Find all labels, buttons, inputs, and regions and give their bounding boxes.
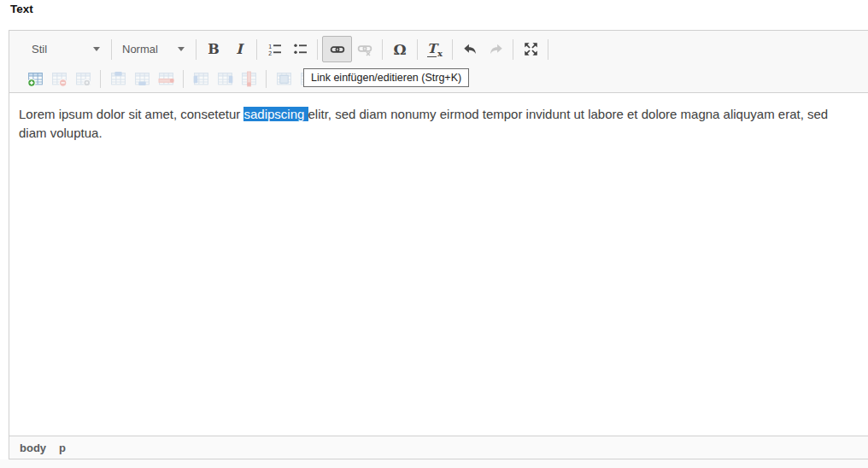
path-item-p[interactable]: p (59, 442, 66, 454)
toolbar-separator (111, 39, 112, 60)
merge-cells-icon (276, 71, 292, 87)
unlink-button[interactable] (352, 38, 378, 61)
svg-text:2: 2 (268, 50, 272, 57)
page-title: Text (10, 3, 33, 15)
remove-format-icon: Tx (427, 41, 443, 58)
insert-table-button[interactable] (23, 67, 47, 91)
insert-row-below-icon (134, 71, 150, 87)
chevron-down-icon (178, 47, 185, 51)
redo-button[interactable] (483, 38, 508, 61)
toolbar-separator (100, 70, 101, 88)
svg-text:1: 1 (268, 44, 272, 50)
chevron-down-icon (93, 47, 100, 51)
table-properties-icon (75, 71, 91, 87)
bulleted-list-icon (293, 42, 308, 56)
insert-row-below-button[interactable] (130, 67, 154, 91)
toolbar-separator (196, 39, 196, 60)
styles-combo-label: Stil (32, 43, 47, 56)
undo-icon (463, 43, 478, 56)
text-before-selection: Lorem ipsum dolor sit amet, consetetur (19, 107, 243, 121)
styles-combo[interactable]: Stil (26, 38, 107, 61)
format-combo[interactable]: Normal (116, 38, 191, 61)
insert-column-left-icon (193, 71, 209, 87)
toolbar-separator (417, 39, 418, 60)
special-character-button[interactable]: Ω (387, 38, 413, 61)
insert-row-above-icon (110, 71, 126, 87)
unlink-icon (357, 42, 372, 57)
bulleted-list-button[interactable] (287, 38, 313, 61)
omega-icon: Ω (393, 41, 406, 58)
undo-button[interactable] (457, 38, 483, 61)
redo-icon (489, 43, 503, 56)
remove-format-button[interactable]: Tx (422, 38, 448, 61)
format-combo-label: Normal (122, 43, 158, 56)
delete-table-icon (51, 71, 67, 87)
numbered-list-icon: 1 2 (267, 42, 282, 56)
toolbar-separator (256, 39, 257, 60)
path-item-body[interactable]: body (20, 442, 46, 454)
selected-text: sadipscing (243, 107, 308, 121)
toolbar-separator (266, 70, 267, 88)
toolbar-separator (382, 39, 383, 60)
insert-column-right-button[interactable] (213, 67, 237, 91)
insert-column-left-button[interactable] (189, 67, 213, 91)
toolbar-separator (183, 70, 184, 88)
toolbar-separator (317, 39, 318, 60)
delete-column-icon (241, 71, 257, 87)
toolbar-separator (452, 39, 453, 60)
page-background-strip (0, 459, 868, 468)
numbered-list-button[interactable]: 1 2 (261, 38, 287, 61)
toolbar-row-formatting: Stil Normal B I 1 2 (17, 32, 861, 66)
table-properties-button[interactable] (71, 67, 95, 91)
maximize-button[interactable] (518, 38, 543, 61)
bold-icon: B (208, 41, 220, 57)
insert-table-icon (27, 71, 44, 87)
delete-column-button[interactable] (237, 67, 261, 91)
rich-text-editor: Stil Normal B I 1 2 (9, 30, 868, 459)
bold-button[interactable]: B (201, 38, 226, 61)
paragraph: Lorem ipsum dolor sit amet, consetetur s… (19, 105, 858, 143)
italic-icon: I (236, 41, 242, 57)
merge-cells-button[interactable] (272, 67, 296, 91)
link-button-tooltip: Link einfügen/editieren (Strg+K) (303, 68, 469, 87)
insert-column-right-icon (217, 71, 233, 87)
element-path-bar: body p (9, 436, 868, 459)
delete-row-icon (158, 71, 174, 87)
editor-content-area[interactable]: Lorem ipsum dolor sit amet, consetetur s… (9, 93, 868, 436)
delete-row-button[interactable] (154, 67, 178, 91)
italic-button[interactable]: I (226, 38, 252, 61)
maximize-icon (524, 42, 538, 56)
insert-row-above-button[interactable] (106, 67, 130, 91)
link-button[interactable] (322, 36, 352, 62)
link-icon (330, 42, 345, 57)
toolbar-separator (513, 39, 513, 60)
toolbar-separator (548, 39, 548, 60)
delete-table-button[interactable] (47, 67, 71, 91)
